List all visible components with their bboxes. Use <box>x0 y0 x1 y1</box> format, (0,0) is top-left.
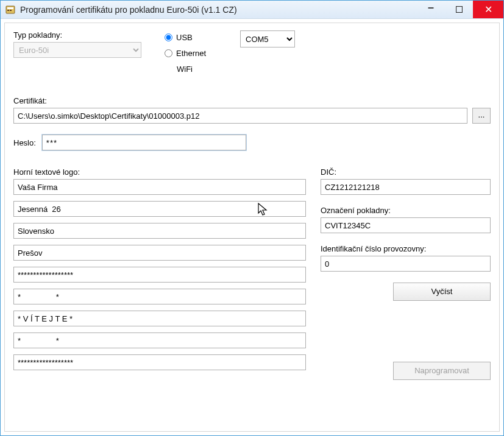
radio-wifi-label: WiFi <box>177 65 193 74</box>
minimize-button[interactable]: – <box>417 0 445 16</box>
logo-line-2[interactable] <box>13 201 306 217</box>
logo-line-9[interactable] <box>13 354 306 370</box>
certifikat-path[interactable] <box>13 108 467 124</box>
close-button[interactable]: ✕ <box>473 1 503 18</box>
svg-rect-1 <box>7 7 13 9</box>
svg-rect-3 <box>10 10 12 11</box>
radio-ethernet-label: Ethernet <box>176 49 206 58</box>
heslo-input[interactable] <box>42 135 246 150</box>
logo-label: Horní textové logo: <box>13 167 306 177</box>
radio-ethernet[interactable] <box>165 49 172 57</box>
app-icon <box>5 5 15 15</box>
svg-rect-4 <box>456 7 462 13</box>
logo-line-8[interactable] <box>13 332 306 348</box>
id-provozovny-label: Identifikační číslo provozovny: <box>321 244 491 253</box>
oznaceni-label: Označení pokladny: <box>321 206 491 215</box>
browse-button[interactable]: ... <box>472 108 491 124</box>
logo-line-1[interactable] <box>13 179 306 195</box>
type-label: Typ pokladny: <box>13 30 160 40</box>
vycist-button[interactable]: Vyčíst <box>393 283 491 301</box>
logo-line-5[interactable] <box>13 267 306 283</box>
window-title: Programování certifikátu pro pokladnu Eu… <box>20 5 417 15</box>
maximize-button[interactable] <box>445 1 473 18</box>
oznaceni-input[interactable] <box>321 217 491 233</box>
type-select[interactable]: Euro-50i <box>13 42 141 58</box>
radio-usb[interactable] <box>165 33 172 41</box>
certifikat-label: Certifikát: <box>13 96 491 105</box>
logo-line-6[interactable] <box>13 289 306 304</box>
naprogramovat-button[interactable]: Naprogramovat <box>393 362 491 380</box>
titlebar: Programování certifikátu pro pokladnu Eu… <box>1 1 503 19</box>
logo-line-4[interactable] <box>13 245 306 261</box>
dic-label: DIČ: <box>321 167 491 177</box>
svg-rect-2 <box>7 10 9 11</box>
radio-usb-label: USB <box>176 33 193 42</box>
logo-line-7[interactable] <box>13 311 306 326</box>
heslo-label: Heslo: <box>13 138 36 147</box>
com-port-select[interactable]: COM5 <box>240 30 295 47</box>
dic-input[interactable] <box>321 179 491 195</box>
id-provozovny-input[interactable] <box>321 256 491 272</box>
logo-line-3[interactable] <box>13 223 306 239</box>
